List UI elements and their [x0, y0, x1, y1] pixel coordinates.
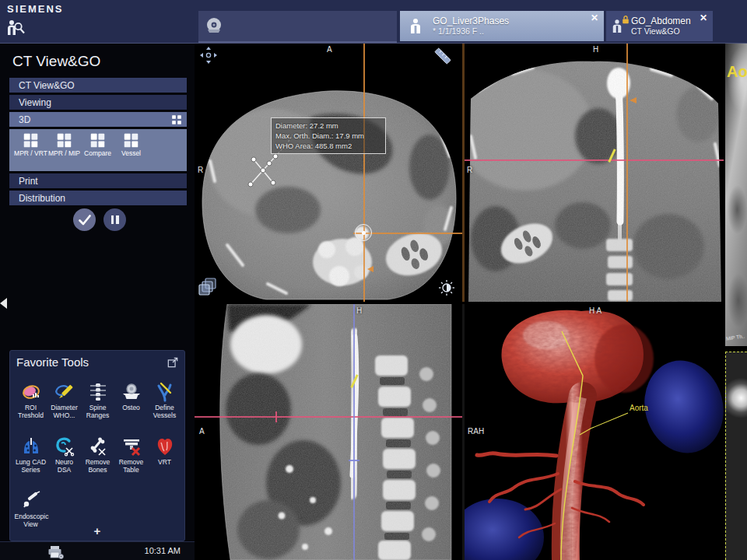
mip-strip-label: Ao — [727, 63, 747, 81]
tab-subtitle: * 1/1/1936 F .. — [433, 26, 509, 37]
vrt-3d-image — [465, 304, 724, 560]
selected-strip-viewport[interactable] — [725, 352, 747, 560]
tool-lung-cad-series[interactable]: Lung CAD Series — [14, 436, 47, 488]
crosshair-arrow[interactable] — [367, 266, 374, 272]
tool-vrt[interactable]: VRT — [148, 436, 181, 488]
tab-title: GO_Abdomen — [631, 16, 691, 26]
osteo-icon — [121, 382, 142, 402]
axial-viewport[interactable]: Diameter: 27.2 mm Max. Orth. Diam.: 17.9… — [195, 43, 462, 302]
tool-diameter-who[interactable]: Diameter WHO... — [47, 382, 81, 433]
orientation-label-left: A — [199, 427, 205, 436]
vrt-3d-viewport[interactable]: Aorta H A RAH — [465, 304, 724, 560]
workflow-menu: CT View&GO Viewing 3D MPR / VRT — [9, 78, 187, 208]
ct-viewgo-application: SIEMENS GO_Liver3Phases * — [0, 0, 747, 560]
mip-strip-viewport[interactable]: Ao MIP Th.. — [725, 43, 747, 346]
menu-item-viewing[interactable]: Viewing — [9, 95, 187, 110]
layout-grid-icon — [123, 132, 139, 149]
reference-tick — [275, 411, 277, 422]
windowing-icon[interactable] — [437, 278, 456, 297]
favorite-tools-panel: Favorite Tools ROI Treshold — [9, 350, 185, 541]
disc-icon — [205, 17, 223, 36]
viewing-area: Diameter: 27.2 mm Max. Orth. Diam.: 17.9… — [195, 43, 747, 560]
layout-grid-icon — [23, 132, 39, 149]
pause-button[interactable] — [103, 208, 126, 231]
reference-line-violet[interactable] — [353, 304, 355, 560]
endoscopic-view-icon — [21, 491, 41, 511]
coronal-ct-image — [465, 43, 724, 302]
tool-remove-bones[interactable]: Remove Bones — [81, 436, 114, 488]
close-icon[interactable]: ✕ — [700, 13, 707, 23]
reference-point-dot — [362, 231, 366, 235]
pause-icon — [111, 215, 119, 224]
accept-button[interactable] — [73, 208, 96, 231]
patient-search-icon[interactable] — [5, 18, 26, 38]
menu-item-ct-viewgo[interactable]: CT View&GO — [9, 78, 187, 93]
roi-threshold-icon — [21, 382, 41, 402]
orientation-label-left: R — [198, 166, 203, 174]
layout-grid-icon — [89, 132, 106, 149]
tool-remove-table[interactable]: Remove Table — [114, 436, 148, 488]
menu-item-3d[interactable]: 3D — [9, 112, 187, 127]
stack-icon[interactable] — [198, 277, 218, 297]
axial-ct-image — [195, 43, 462, 302]
spine-ranges-icon — [88, 382, 108, 402]
pan-icon[interactable] — [199, 46, 218, 65]
crosshair-vertical[interactable] — [363, 43, 365, 302]
layout-grid-icon — [56, 132, 72, 149]
tab-subtitle: CT View&GO — [631, 26, 691, 37]
remove-bones-icon — [88, 436, 108, 457]
status-bar: 10:31 AM — [0, 541, 195, 560]
reference-arrow[interactable] — [630, 97, 637, 103]
menu-item-distribution[interactable]: Distribution — [9, 191, 187, 205]
siemens-logo: SIEMENS — [7, 3, 64, 15]
collapse-arrow-icon[interactable] — [0, 298, 7, 309]
reference-line-pink[interactable] — [465, 159, 724, 161]
remove-table-icon — [121, 436, 142, 457]
page-title: CT View&GO — [12, 53, 100, 70]
grid-icon — [171, 114, 182, 125]
printer-icon[interactable] — [47, 545, 64, 559]
reference-line-pink[interactable] — [195, 416, 462, 418]
patient-bar-empty[interactable] — [198, 11, 397, 43]
favorite-tools-title: Favorite Tools — [16, 355, 89, 369]
close-icon[interactable]: ✕ — [591, 13, 598, 23]
lock-icon — [622, 16, 630, 24]
ruler-icon[interactable] — [433, 46, 453, 66]
tool-vessel[interactable]: Vessel — [114, 132, 148, 171]
orientation-label-top: H — [356, 306, 362, 315]
tab-go-liver3phases[interactable]: GO_Liver3Phases * 1/1/1936 F .. ✕ — [400, 11, 604, 41]
diameter-who-icon — [54, 382, 75, 402]
add-tool-button[interactable]: + — [10, 524, 184, 537]
aorta-annotation[interactable]: Aorta — [630, 404, 648, 412]
measurement-label[interactable]: Diameter: 27.2 mm Max. Orth. Diam.: 17.9… — [271, 117, 386, 154]
export-icon[interactable] — [167, 357, 178, 368]
neuro-dsa-icon — [54, 436, 75, 457]
patient-icon — [612, 18, 622, 35]
tool-mpr-vrt[interactable]: MPR / VRT — [14, 132, 47, 171]
define-vessels-icon — [155, 382, 175, 402]
tool-roi-treshold[interactable]: ROI Treshold — [14, 382, 47, 433]
tool-define-vessels[interactable]: Define Vessels — [148, 382, 181, 433]
coronal-viewport[interactable]: H R — [465, 43, 724, 302]
patient-icon — [409, 18, 422, 35]
reference-line-orange[interactable] — [626, 43, 628, 302]
sidebar: CT View&GO CT View&GO Viewing 3D — [0, 43, 195, 560]
orientation-label-top: H A — [589, 306, 601, 315]
tool-neuro-dsa[interactable]: Neuro DSA — [47, 436, 81, 488]
tool-osteo[interactable]: Osteo — [114, 382, 148, 433]
tool-mpr-mip[interactable]: MPR / MIP — [47, 132, 81, 171]
tab-title: GO_Liver3Phases — [433, 16, 509, 26]
top-toolbar: SIEMENS GO_Liver3Phases * — [0, 0, 747, 44]
lung-cad-icon — [21, 436, 41, 457]
tab-go-abdomen[interactable]: GO_Abdomen CT View&GO ✕ — [606, 11, 713, 41]
tool-spine-ranges[interactable]: Spine Ranges — [81, 382, 114, 433]
check-icon — [79, 215, 91, 226]
sagittal-viewport[interactable]: H A — [195, 304, 462, 560]
orientation-label-top: A — [327, 45, 332, 54]
sagittal-ct-image — [195, 304, 462, 560]
orientation-label-left: RAH — [468, 427, 484, 436]
tool-compare[interactable]: Compare — [81, 132, 114, 171]
orientation-label-left: R — [467, 166, 472, 174]
menu-item-print[interactable]: Print — [9, 173, 187, 188]
mip-strip-footer: MIP Th.. — [726, 333, 745, 341]
